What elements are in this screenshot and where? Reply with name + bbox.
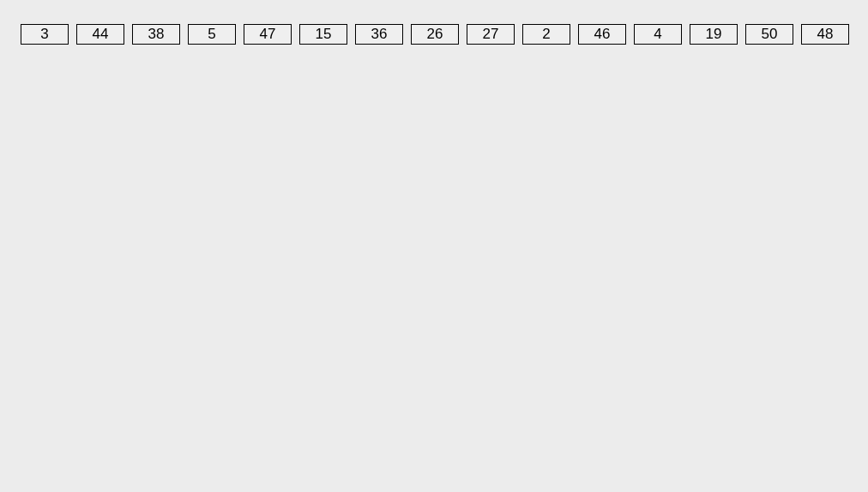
- number-button-2[interactable]: 38: [132, 24, 180, 45]
- number-button-11[interactable]: 4: [634, 24, 682, 45]
- number-button-9[interactable]: 2: [522, 24, 570, 45]
- number-button-13[interactable]: 50: [745, 24, 793, 45]
- number-button-5[interactable]: 15: [299, 24, 347, 45]
- button-row: 3 44 38 5 47 15 36 26 27 2 46 4 19 50 48: [0, 0, 868, 45]
- number-button-1[interactable]: 44: [76, 24, 124, 45]
- number-button-14[interactable]: 48: [801, 24, 849, 45]
- number-button-6[interactable]: 36: [355, 24, 403, 45]
- number-button-0[interactable]: 3: [21, 24, 69, 45]
- number-button-8[interactable]: 27: [467, 24, 515, 45]
- number-button-10[interactable]: 46: [578, 24, 626, 45]
- number-button-4[interactable]: 47: [244, 24, 292, 45]
- number-button-12[interactable]: 19: [690, 24, 738, 45]
- number-button-7[interactable]: 26: [411, 24, 459, 45]
- number-button-3[interactable]: 5: [188, 24, 236, 45]
